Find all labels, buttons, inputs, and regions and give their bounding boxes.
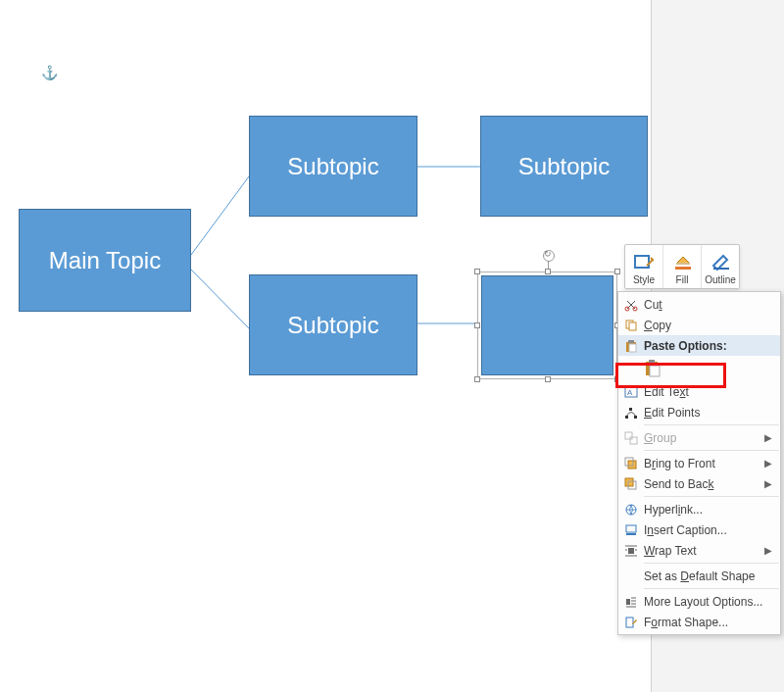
send-to-back-icon	[618, 477, 644, 491]
menu-separator	[644, 450, 779, 451]
shape-main-topic[interactable]: Main Topic	[19, 209, 191, 312]
menu-separator	[644, 496, 779, 497]
style-icon	[634, 251, 654, 272]
context-menu: Cut Copy Paste Options: A Edit Text Edit…	[617, 291, 781, 635]
shape-surface[interactable]	[481, 275, 613, 375]
svg-rect-13	[629, 344, 636, 352]
resize-handle-nw[interactable]	[474, 269, 480, 274]
svg-rect-12	[628, 340, 634, 343]
cut-icon	[618, 298, 644, 312]
svg-rect-10	[629, 322, 636, 330]
svg-rect-6	[713, 268, 729, 270]
svg-rect-5	[675, 267, 691, 270]
svg-rect-33	[626, 618, 633, 627]
menu-edit-text[interactable]: A Edit Text	[618, 381, 780, 402]
svg-rect-4	[635, 256, 649, 268]
shape-subtopic[interactable]: Subtopic	[249, 274, 417, 375]
svg-rect-29	[626, 525, 636, 532]
menu-cut[interactable]: Cut	[618, 294, 780, 315]
menu-edit-points[interactable]: Edit Points	[618, 402, 780, 422]
style-label: Style	[633, 274, 655, 285]
fill-button[interactable]: Fill	[662, 245, 701, 288]
svg-rect-26	[625, 478, 633, 486]
svg-rect-30	[626, 533, 636, 535]
menu-wrap-text[interactable]: Wrap Text▶	[618, 540, 780, 561]
outline-label: Outline	[705, 274, 736, 285]
menu-separator	[644, 588, 779, 589]
resize-handle-w[interactable]	[474, 322, 480, 328]
menu-copy[interactable]: Copy	[618, 315, 780, 335]
document-canvas[interactable]: ⚓ Main Topic Subtopic Subtopic Subtopic	[0, 0, 651, 692]
outline-icon	[710, 251, 730, 272]
shape-label: Subtopic	[287, 312, 378, 339]
shape-mini-toolbar: Style Fill Outline	[624, 244, 740, 289]
paste-options-label: Paste Options:	[644, 339, 764, 353]
shape-label: Subtopic	[518, 153, 610, 180]
shape-subtopic-selected[interactable]	[481, 275, 613, 375]
fill-icon	[672, 251, 692, 272]
svg-line-0	[191, 176, 249, 255]
group-icon	[618, 431, 644, 445]
edit-points-icon	[618, 406, 644, 420]
svg-rect-24	[628, 461, 636, 469]
menu-paste-options-header: Paste Options:	[618, 335, 780, 356]
menu-paste-option[interactable]	[618, 356, 780, 381]
bring-to-front-icon	[618, 457, 644, 470]
paste-options-icon	[618, 339, 644, 353]
shape-subtopic[interactable]: Subtopic	[480, 116, 648, 217]
svg-rect-23	[630, 437, 637, 444]
paste-picture-icon	[644, 359, 663, 378]
menu-send-to-back[interactable]: Send to Back▶	[618, 473, 780, 494]
menu-set-default-shape[interactable]: Set as Default Shape	[618, 566, 780, 586]
outline-button[interactable]: Outline	[701, 245, 739, 288]
menu-insert-caption[interactable]: Insert Caption...	[618, 519, 780, 540]
menu-separator	[644, 563, 779, 564]
menu-separator	[644, 424, 779, 425]
svg-rect-15	[649, 360, 655, 363]
svg-rect-20	[634, 416, 637, 419]
resize-handle-sw[interactable]	[474, 376, 480, 382]
svg-rect-21	[629, 408, 632, 411]
shape-label: Main Topic	[49, 247, 161, 274]
fill-label: Fill	[676, 274, 689, 285]
edit-text-icon: A	[618, 385, 644, 399]
svg-rect-16	[650, 366, 660, 376]
svg-rect-32	[626, 599, 630, 605]
resize-handle-n[interactable]	[545, 269, 551, 274]
menu-hyperlink[interactable]: Hyperlink...	[618, 499, 780, 519]
menu-format-shape[interactable]: Format Shape...	[618, 612, 780, 632]
more-layout-icon	[618, 595, 644, 609]
copy-icon	[618, 319, 644, 332]
resize-handle-ne[interactable]	[614, 269, 620, 274]
insert-caption-icon	[618, 523, 644, 537]
svg-rect-19	[625, 416, 628, 419]
wrap-text-icon	[618, 544, 644, 558]
shape-label: Subtopic	[287, 153, 378, 180]
svg-rect-31	[628, 548, 634, 554]
menu-group: Group▶	[618, 427, 780, 448]
svg-line-1	[191, 270, 249, 328]
rotate-handle[interactable]	[543, 250, 555, 262]
svg-text:A: A	[627, 388, 633, 397]
style-button[interactable]: Style	[625, 245, 662, 288]
menu-more-layout[interactable]: More Layout Options...	[618, 591, 780, 612]
anchor-icon: ⚓	[41, 65, 58, 80]
hyperlink-icon	[618, 503, 644, 517]
resize-handle-s[interactable]	[545, 376, 551, 382]
menu-bring-to-front[interactable]: Bring to Front▶	[618, 453, 780, 473]
shape-subtopic[interactable]: Subtopic	[249, 116, 417, 217]
format-shape-icon	[618, 616, 644, 629]
svg-rect-22	[625, 432, 632, 439]
